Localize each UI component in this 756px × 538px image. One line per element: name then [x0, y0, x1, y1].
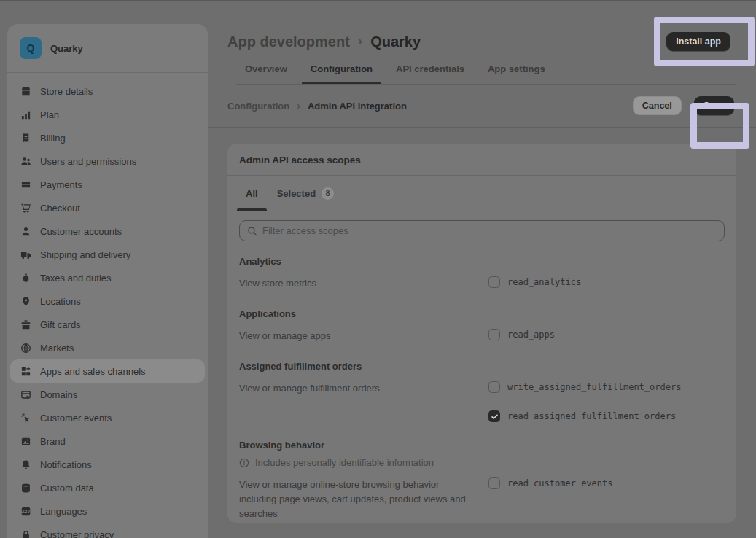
checkbox-read-apps[interactable] — [488, 329, 500, 340]
apps-grid-icon — [20, 365, 32, 378]
pii-note-text: Includes personally identifiable informa… — [255, 457, 434, 468]
tab-all-scopes[interactable]: All — [236, 176, 268, 211]
image-icon — [20, 435, 32, 448]
tab-configuration[interactable]: Configuration — [302, 56, 381, 84]
tab-api-credentials[interactable]: API credentials — [387, 56, 473, 84]
sidebar-item-users-and-permissions[interactable]: Users and permissions — [10, 149, 205, 173]
scope-row-label: View or manage apps — [239, 329, 488, 343]
globe-icon — [20, 342, 32, 354]
sidebar-item-customer-privacy[interactable]: Customer privacy — [10, 523, 205, 538]
section-title: Applications — [239, 308, 725, 319]
app-avatar: Q — [20, 37, 42, 59]
scope-connector-line — [494, 394, 494, 409]
sidebar-item-languages[interactable]: Languages — [10, 499, 205, 523]
admin-api-access-scopes-card: Admin API access scopes All Selected 8 A… — [227, 144, 736, 523]
plan-icon — [20, 109, 32, 121]
section-assigned-fulfillment-orders: Assigned fulfillment orders View or mana… — [239, 361, 725, 422]
scope-read-analytics: read_analytics — [488, 276, 725, 288]
scope-row-label: View or manage online-store browsing beh… — [239, 477, 488, 521]
sidebar-item-custom-data[interactable]: Custom data — [10, 476, 205, 499]
scope-read-customer-events: read_customer_events — [488, 477, 725, 489]
cursor-spark-icon — [20, 412, 32, 424]
sidebar-item-domains[interactable]: Domains — [10, 383, 205, 406]
scope-read-apps: read_apps — [488, 329, 725, 340]
store-icon — [20, 85, 32, 98]
payments-icon — [20, 179, 32, 191]
sub-breadcrumb-admin-api-integration: Admin API integration — [308, 101, 407, 112]
language-icon — [20, 505, 32, 518]
database-icon — [20, 482, 32, 494]
sidebar-item-plan[interactable]: Plan — [10, 103, 205, 126]
card-title: Admin API access scopes — [227, 144, 736, 176]
sidebar-item-shipping-and-delivery[interactable]: Shipping and delivery — [10, 243, 205, 266]
location-pin-icon — [20, 295, 32, 308]
save-button[interactable]: Save — [694, 96, 734, 115]
users-icon — [20, 155, 32, 168]
scope-read-assigned-fulfillment-orders: read_assigned_fulfillment_orders — [488, 410, 725, 422]
avatar-letter: Q — [27, 42, 35, 54]
scope-row: View store metrics read_analytics — [239, 276, 725, 291]
selected-count-badge: 8 — [322, 187, 334, 200]
filter-access-scopes-input[interactable] — [262, 225, 717, 236]
breadcrumb: App development › Quarky — [227, 34, 421, 50]
settings-nav: Store details Plan Billing Users and per… — [7, 73, 208, 538]
tab-selected-scopes[interactable]: Selected 8 — [268, 176, 343, 211]
sidebar-item-payments[interactable]: Payments — [10, 173, 205, 196]
section-analytics: Analytics View store metrics read_analyt… — [239, 256, 725, 291]
page-header: App development › Quarky Install app — [208, 0, 756, 52]
scope-row: View or manage apps read_apps — [239, 329, 725, 343]
sidebar-item-billing[interactable]: Billing — [10, 126, 205, 149]
truck-icon — [20, 249, 32, 261]
sidebar-item-locations[interactable]: Locations — [10, 289, 205, 313]
section-title: Browsing behavior — [239, 440, 725, 451]
checkbox-write-assigned-fulfillment-orders[interactable] — [488, 381, 500, 393]
checkbox-read-customer-events[interactable] — [488, 477, 500, 489]
section-applications: Applications View or manage apps read_ap… — [239, 308, 725, 343]
install-app-button[interactable]: Install app — [666, 32, 730, 51]
tab-all-label: All — [246, 188, 258, 199]
checkbox-read-assigned-fulfillment-orders[interactable] — [488, 410, 500, 422]
sidebar-item-store-details[interactable]: Store details — [10, 79, 205, 103]
billing-icon — [20, 132, 32, 144]
page-title: Quarky — [370, 34, 421, 50]
taxes-icon — [20, 272, 32, 284]
pii-note: Includes personally identifiable informa… — [239, 457, 725, 468]
settings-sidebar: Q Quarky Store details Plan Billing User… — [7, 24, 208, 538]
sidebar-item-brand[interactable]: Brand — [10, 429, 205, 453]
main-content: App development › Quarky Install app Ove… — [208, 0, 756, 538]
section-title: Analytics — [239, 256, 725, 267]
save-bar: Configuration › Admin API integration Ca… — [208, 85, 756, 128]
sidebar-item-markets[interactable]: Markets — [10, 336, 205, 359]
scope-list: Analytics View store metrics read_analyt… — [227, 241, 736, 521]
sub-breadcrumb-configuration[interactable]: Configuration — [227, 101, 289, 112]
chevron-right-icon: › — [358, 33, 362, 49]
sidebar-item-customer-accounts[interactable]: Customer accounts — [10, 219, 205, 243]
sidebar-item-notifications[interactable]: Notifications — [10, 453, 205, 476]
tab-selected-label: Selected — [277, 188, 316, 199]
sidebar-item-apps-and-sales-channels[interactable]: Apps and sales channels — [10, 359, 205, 383]
sidebar-item-taxes-and-duties[interactable]: Taxes and duties — [10, 266, 205, 289]
scope-search — [239, 220, 725, 241]
scope-row: View or manage fulfillment orders write_… — [239, 381, 725, 422]
cancel-button[interactable]: Cancel — [633, 96, 682, 115]
sidebar-item-checkout[interactable]: Checkout — [10, 196, 205, 219]
sidebar-item-gift-cards[interactable]: Gift cards — [10, 313, 205, 336]
bell-icon — [20, 459, 32, 471]
person-icon — [20, 225, 32, 238]
tab-overview[interactable]: Overview — [236, 56, 296, 84]
checkbox-read-analytics[interactable] — [488, 276, 500, 288]
scope-row-label: View store metrics — [239, 276, 488, 291]
section-browsing-behavior: Browsing behavior Includes personally id… — [239, 440, 725, 521]
scope-write-assigned-fulfillment-orders: write_assigned_fulfillment_orders — [488, 381, 725, 393]
scope-filter-tabs: All Selected 8 — [227, 176, 736, 211]
app-name: Quarky — [50, 43, 83, 54]
sidebar-item-customer-events[interactable]: Customer events — [10, 406, 205, 429]
tab-app-settings[interactable]: App settings — [479, 56, 554, 84]
info-icon — [239, 458, 249, 468]
check-icon — [491, 413, 499, 421]
search-icon — [247, 226, 257, 236]
domains-icon — [20, 389, 32, 401]
app-tabs: Overview Configuration API credentials A… — [236, 56, 736, 85]
scope-row: View or manage online-store browsing beh… — [239, 477, 725, 521]
breadcrumb-app-development[interactable]: App development — [227, 34, 350, 50]
